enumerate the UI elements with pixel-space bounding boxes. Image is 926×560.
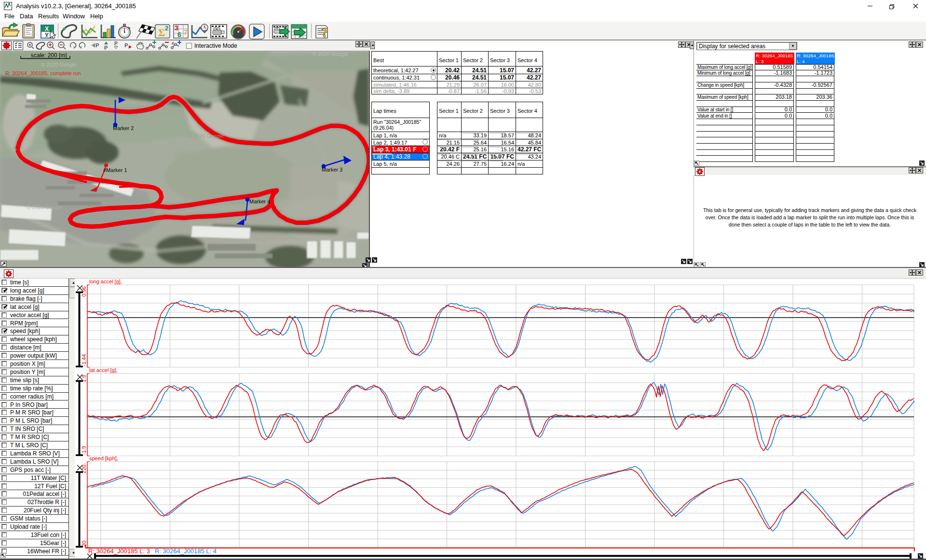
svg-text:6: 6 [177,31,181,39]
svg-text:Marker 3: Marker 3 [322,167,342,173]
svg-text:speed [kph],: speed [kph], [89,455,118,461]
svg-text:lat accel [g],: lat accel [g], [89,367,118,373]
svg-text:Marker 4: Marker 4 [249,199,270,204]
svg-text:P: P [95,42,99,48]
svg-text:P: P [124,42,128,48]
svg-text:2: 2 [165,25,168,32]
svg-text:long accel [g],: long accel [g], [89,279,122,284]
svg-text:X: X [45,26,49,32]
svg-text:© 2020 Google: © 2020 Google [313,51,348,57]
svg-text:0.96: 0.96 [81,286,87,296]
svg-text:20.: 20. [81,539,87,547]
svg-text:-1.9: -1.9 [81,446,87,455]
svg-text:R: 30264_J00185 L: 4: R: 30264_J00185 L: 4 [155,547,217,555]
svg-text:Y: Y [45,32,49,39]
svg-text:Σ: Σ [158,27,165,39]
svg-text:scale: 200 [m]: scale: 200 [m] [31,52,67,59]
svg-text:© 2020 Google: © 2020 Google [188,133,224,139]
svg-text:R: 30264_J00185, complete run: R: 30264_J00185, complete run [5,70,81,76]
svg-text:© 2020 Google: © 2020 Google [27,204,62,210]
svg-text:Marker 2: Marker 2 [113,125,134,131]
svg-text:#Marker 1: #Marker 1 [103,167,127,173]
svg-text:© 2020 Google: © 2020 Google [41,62,77,67]
svg-text:7: 7 [184,28,188,36]
svg-text:-1.44: -1.44 [81,354,87,366]
svg-text:P: P [114,41,118,46]
svg-text:?: ? [321,24,328,40]
svg-text:P: P [104,45,108,51]
svg-text:R: 30264_J00185 L: 3: R: 30264_J00185 L: 3 [88,547,150,555]
